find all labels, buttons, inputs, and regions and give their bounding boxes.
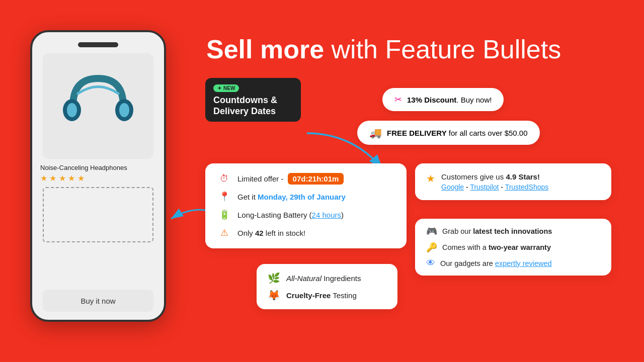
headphones-illustration: [58, 66, 138, 146]
tooltip-bubble: ✦NEW Countdowns & Delivery Dates: [205, 78, 301, 122]
countdown-badge: 07d:21h:01m: [288, 173, 344, 185]
page-title: Sell more with Feature Bullets: [206, 35, 561, 64]
main-content: Sell more with Feature Bullets ✦NEW Coun…: [196, 0, 644, 362]
warranty-icon: 🔑: [426, 242, 437, 253]
discount-text: 13% Discount. Buy now!: [407, 96, 492, 104]
delivery-icon: 🚚: [369, 127, 382, 139]
natural-row-2: 🦊 Cruelty-Free Testing: [268, 289, 386, 301]
google-link[interactable]: Google: [441, 183, 464, 191]
product-image-area: [43, 53, 153, 159]
warning-icon: ⚠: [217, 227, 231, 238]
feature-delivery-date-row: 📍 Get it Monday, 29th of January: [217, 191, 394, 202]
delivery-date: Monday, 29th of January: [258, 193, 346, 201]
buy-now-button[interactable]: Buy it now: [43, 290, 153, 312]
phone-notch: [78, 42, 118, 47]
new-badge: ✦NEW: [213, 84, 239, 92]
stars-card: ★ Customers give us 4.9 Stars! Google - …: [415, 163, 611, 200]
title-bold: Sell more: [206, 35, 324, 64]
star-icon: ★: [426, 172, 435, 185]
eye-icon: 👁: [426, 258, 435, 268]
timer-icon: ⏱: [217, 173, 231, 184]
gamepad-icon: 🎮: [426, 226, 437, 237]
product-name: Noise-Canceling Headphones: [40, 164, 156, 171]
battery-link[interactable]: 24 hours: [312, 211, 341, 219]
trustedshops-link[interactable]: TrustedShops: [505, 183, 549, 191]
svg-point-3: [119, 103, 129, 117]
tech-card: 🎮 Grab our latest tech innovations 🔑 Com…: [415, 219, 611, 276]
tech-row-2: 🔑 Comes with a two-year warranty: [426, 242, 600, 253]
tooltip-text: Countdowns & Delivery Dates: [213, 95, 293, 117]
tech-row-1: 🎮 Grab our latest tech innovations: [426, 226, 600, 237]
feature-stock-row: ⚠ Only 42 left in stock!: [217, 227, 394, 238]
feature-battery-row: 🔋 Long-Lasting Battery (24 hours): [217, 209, 394, 220]
product-stars: ★ ★ ★ ★ ★: [40, 173, 156, 183]
tech-row-3: 👁 Our gadgets are expertly reviewed: [426, 258, 600, 268]
leaf-icon: 🌿: [268, 272, 280, 284]
svg-point-1: [67, 103, 77, 117]
natural-card: 🌿 All-Natural Ingredients 🦊 Cruelty-Free…: [257, 264, 397, 309]
features-card: ⏱ Limited offer - 07d:21h:01m 📍 Get it M…: [205, 163, 407, 248]
fox-icon: 🦊: [268, 289, 280, 301]
feature-countdown-row: ⏱ Limited offer - 07d:21h:01m: [217, 173, 394, 184]
location-icon: 📍: [217, 191, 231, 202]
feature-bullets-placeholder: [43, 187, 153, 242]
battery-icon: 🔋: [217, 209, 231, 220]
title-rest: with Feature Bullets: [324, 35, 561, 64]
trustpilot-link[interactable]: Trustpilot: [470, 183, 499, 191]
discount-card: ✂ 13% Discount. Buy now!: [382, 88, 504, 111]
stars-links: Google - Trustpilot - TrustedShops: [441, 183, 548, 191]
phone-mockup: Noise-Canceling Headphones ★ ★ ★ ★ ★ Buy…: [30, 30, 166, 322]
delivery-text: FREE DELIVERY for all carts over $50.00: [387, 129, 528, 137]
delivery-card: 🚚 FREE DELIVERY for all carts over $50.0…: [357, 121, 540, 145]
expertly-reviewed-link[interactable]: expertly reviewed: [495, 259, 552, 267]
natural-row-1: 🌿 All-Natural Ingredients: [268, 272, 386, 284]
discount-icon: ✂: [394, 94, 402, 105]
stars-text: Customers give us 4.9 Stars!: [441, 172, 548, 181]
